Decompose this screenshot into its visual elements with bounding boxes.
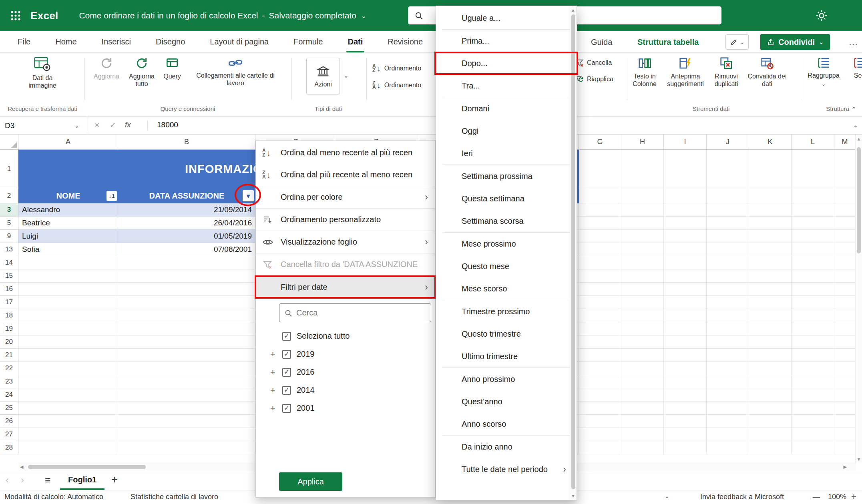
row-header-13[interactable]: 13 — [0, 243, 18, 256]
row-header-23[interactable]: 23 — [0, 375, 18, 388]
workbook-stats-status[interactable]: Statistiche cartella di lavoro — [131, 493, 218, 501]
date-filter-option-ieri[interactable]: Ieri — [436, 142, 577, 165]
table-header-nome[interactable]: NOME ↓1 — [18, 188, 118, 203]
column-header-H[interactable]: H — [621, 135, 664, 150]
tab-layout-di-pagina[interactable]: Layout di pagina — [204, 31, 274, 52]
sort-indicator-badge[interactable]: ↓1 — [106, 191, 117, 201]
date-filter-option-anno-prossimo[interactable]: Anno prossimo — [436, 368, 577, 390]
row-header-16[interactable]: 16 — [0, 283, 18, 296]
tab-revisione[interactable]: Revisione — [382, 31, 428, 52]
expand-icon[interactable]: + — [270, 349, 282, 359]
raggruppa-button[interactable]: Raggruppa ⌄ — [806, 57, 842, 86]
aggiorna-button[interactable]: Aggiorna — [89, 57, 124, 80]
table-header-data-assunzione[interactable]: DATA ASSUNZIONE ▾ — [118, 188, 255, 203]
row-header-26[interactable]: 26 — [0, 415, 18, 428]
scroll-down-icon[interactable]: ▼ — [856, 457, 862, 462]
tab-guida[interactable]: Guida — [585, 31, 618, 53]
column-header-A[interactable]: A — [18, 135, 118, 150]
submenu-scrollbar[interactable]: ▲ ▼ — [570, 6, 576, 500]
row-header-19[interactable]: 19 — [0, 322, 18, 335]
row-header-20[interactable]: 20 — [0, 335, 18, 349]
row-header-21[interactable]: 21 — [0, 349, 18, 362]
date-filter-option-oggi[interactable]: Oggi — [436, 120, 577, 142]
dati-da-immagine-button[interactable]: Dati da immagine — [22, 57, 62, 89]
zoom-in-icon[interactable]: + — [851, 492, 856, 502]
checkbox[interactable]: ✓ — [282, 350, 291, 359]
collegamenti-button[interactable]: Collegamenti alle cartelle di lavoro — [187, 57, 283, 87]
aggiorna-tutto-button[interactable]: Aggiorna tutto — [124, 57, 159, 88]
ribbon-more-button[interactable]: … — [846, 34, 861, 50]
add-sheet-icon[interactable]: + — [111, 474, 118, 486]
cancella-button[interactable]: Cancella — [575, 58, 612, 67]
next-sheet-icon[interactable]: › — [21, 474, 24, 486]
tab-struttura-tabella[interactable]: Struttura tabella — [632, 31, 704, 53]
row-header-28[interactable]: 28 — [0, 441, 18, 454]
filter-search-box[interactable] — [279, 303, 431, 322]
date-filter-option-dopo[interactable]: Dopo... — [436, 52, 577, 74]
tab-home[interactable]: Home — [50, 31, 82, 52]
sort-ascending-button[interactable]: AZ↓ Ordinamento — [372, 64, 421, 73]
column-header-J[interactable]: J — [707, 135, 749, 150]
filter-value-2016[interactable]: +✓2016 — [256, 363, 435, 381]
separa-button[interactable]: Sep — [842, 57, 862, 79]
date-filter-option-ultimo-trimestre[interactable]: Ultimo trimestre — [436, 345, 577, 367]
row-header-1[interactable]: 1 — [0, 150, 18, 188]
expand-icon[interactable]: + — [270, 385, 282, 396]
date-filter-option-quest-anno[interactable]: Quest'anno — [436, 390, 577, 413]
column-header-K[interactable]: K — [749, 135, 792, 150]
collapse-ribbon-icon[interactable]: ⌃ — [851, 106, 856, 113]
row-header-2[interactable]: 2 — [0, 188, 18, 203]
all-sheets-icon[interactable]: ≡ — [45, 474, 51, 486]
filter-value-seleziona-tutto[interactable]: ✓Seleziona tutto — [256, 327, 435, 345]
zoom-out-icon[interactable]: — — [813, 493, 820, 501]
scroll-down-icon[interactable]: ▼ — [570, 494, 576, 498]
scrollbar-thumb[interactable] — [857, 147, 861, 253]
cell-name[interactable]: Alessandro — [18, 203, 118, 216]
sort-descending-button[interactable]: ZA↓ Ordinamento — [372, 81, 421, 90]
tab-formule[interactable]: Formule — [288, 31, 328, 52]
row-header-9[interactable]: 9 — [0, 230, 18, 243]
sheet-tab-foglio1[interactable]: Foglio1 — [60, 471, 104, 490]
settings-gear-icon[interactable] — [815, 9, 828, 24]
checkbox[interactable]: ✓ — [282, 404, 291, 413]
menu-item-date-filters[interactable]: Filtri per date › — [256, 275, 435, 299]
search-input[interactable] — [296, 308, 416, 317]
menu-item-clear-filter[interactable]: Cancella filtro da 'DATA ASSUNZIONE — [256, 253, 435, 275]
scrollbar-thumb[interactable] — [28, 465, 146, 469]
scroll-up-icon[interactable]: ▲ — [570, 8, 576, 12]
filter-value-2001[interactable]: +✓2001 — [256, 399, 435, 417]
row-header-15[interactable]: 15 — [0, 269, 18, 283]
rimuovi-duplicati-button[interactable]: Rimuovi duplicati — [707, 57, 745, 88]
column-header-L[interactable]: L — [792, 135, 834, 150]
table-row[interactable]: Beatrice 26/04/2016 — [18, 217, 255, 230]
filter-dropdown-button[interactable]: ▾ — [243, 190, 254, 201]
date-filter-option-mese-prossimo[interactable]: Mese prossimo — [436, 233, 577, 255]
tab-dati[interactable]: Dati — [342, 31, 369, 52]
date-filter-option-tutte-le-date-nel-periodo[interactable]: Tutte le date nel periodo› — [436, 458, 577, 480]
table-row[interactable]: Luigi 01/05/2019 — [18, 230, 255, 243]
row-header-24[interactable]: 24 — [0, 388, 18, 402]
table-row[interactable]: Sofia 07/08/2001 — [18, 243, 255, 256]
row-header-25[interactable]: 25 — [0, 402, 18, 415]
calc-mode-status[interactable]: Modalità di calcolo: Automatico — [4, 493, 103, 501]
row-header-14[interactable]: 14 — [0, 256, 18, 269]
column-header-G[interactable]: G — [579, 135, 621, 150]
menu-item-sort-by-color[interactable]: Ordina per colore › — [256, 186, 435, 208]
scroll-left-icon[interactable]: ◀ — [20, 464, 23, 470]
tab-file[interactable]: File — [12, 31, 36, 52]
select-all-corner[interactable] — [0, 135, 18, 150]
filter-value-2019[interactable]: +✓2019 — [256, 345, 435, 363]
row-header-18[interactable]: 18 — [0, 309, 18, 322]
date-filter-option-questo-trimestre[interactable]: Questo trimestre — [436, 323, 577, 345]
cell-date[interactable]: 21/09/2014 — [118, 203, 255, 216]
riapplica-button[interactable]: Riapplica — [575, 75, 613, 84]
checkbox[interactable]: ✓ — [282, 386, 291, 395]
chevron-down-icon[interactable]: ⌄ — [665, 493, 669, 499]
scrollbar-thumb[interactable] — [571, 14, 575, 489]
expand-icon[interactable]: + — [270, 367, 282, 377]
cell-name[interactable]: Beatrice — [18, 217, 118, 229]
name-box[interactable]: D3 ⌄ — [0, 117, 87, 134]
scroll-right-icon[interactable]: ▶ — [844, 464, 847, 470]
zoom-level[interactable]: 100% — [828, 493, 846, 501]
tab-disegno[interactable]: Disegno — [150, 31, 191, 52]
